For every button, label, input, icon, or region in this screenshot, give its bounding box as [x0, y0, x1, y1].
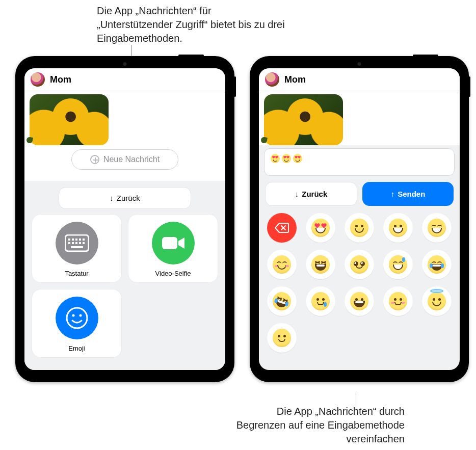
message-area [259, 91, 460, 145]
send-label: Senden [398, 190, 425, 198]
power-button [413, 55, 438, 57]
emoji-key-heart-eyes[interactable] [306, 213, 335, 243]
emoji-key-pleading[interactable] [345, 250, 374, 279]
ipad-right: Mom Zurück Senden [250, 56, 469, 382]
svg-rect-4 [79, 239, 81, 241]
emoji-keyboard [259, 209, 460, 360]
svg-rect-1 [68, 239, 70, 241]
emoji-key-sweat-smile[interactable] [383, 250, 413, 279]
screen-right: Mom Zurück Senden [259, 68, 460, 370]
power-button [178, 55, 204, 57]
svg-rect-11 [71, 246, 83, 248]
send-button[interactable]: Senden [362, 182, 454, 206]
svg-rect-8 [75, 242, 77, 244]
emoji-key-grin[interactable] [345, 286, 374, 316]
svg-rect-9 [79, 242, 81, 244]
back-label: Zurück [117, 194, 140, 202]
received-photo-message[interactable] [30, 94, 109, 145]
emoji-key-blush-smile[interactable] [267, 250, 297, 279]
svg-point-13 [67, 308, 87, 328]
received-photo-message[interactable] [264, 94, 343, 145]
svg-point-15 [79, 314, 82, 317]
emoji-key-neutral-smile[interactable] [267, 323, 297, 353]
arrow-down-icon [110, 194, 114, 202]
emoji-icon [56, 297, 98, 339]
emoji-key-halo[interactable] [422, 286, 452, 316]
contact-avatar[interactable] [31, 72, 45, 87]
svg-rect-2 [72, 239, 74, 241]
emoji-key-crying[interactable] [306, 286, 335, 316]
emoji-key-grin-big[interactable] [383, 213, 413, 243]
method-label: Emoji [68, 345, 85, 352]
emoji-key-smile[interactable] [345, 213, 374, 243]
callout-top: Die App „Nachrichten“ für „Unterstützend… [97, 4, 285, 45]
method-label: Video-Selfie [155, 270, 191, 277]
svg-rect-6 [68, 242, 70, 244]
contact-avatar[interactable] [265, 72, 279, 87]
compose-field[interactable] [264, 148, 455, 176]
svg-rect-12 [162, 237, 177, 249]
svg-point-14 [72, 314, 74, 317]
keyboard-icon [56, 222, 98, 264]
emoji-key-rofl[interactable] [267, 286, 297, 316]
input-method-panel: Zurück Tastatur Video-Selfie [24, 181, 225, 370]
compose-field[interactable]: Neue Nachricht [71, 149, 178, 170]
volume-button [468, 76, 470, 97]
back-label: Zurück [302, 190, 327, 198]
back-button[interactable]: Zurück [59, 187, 191, 209]
method-emoji[interactable]: Emoji [32, 289, 122, 358]
method-keyboard[interactable]: Tastatur [32, 214, 122, 283]
video-icon [152, 222, 195, 264]
emoji-key-xd-squint[interactable] [306, 250, 335, 279]
back-button[interactable]: Zurück [265, 182, 357, 206]
screen-left: Mom Neue Nachricht Zurück [24, 68, 225, 370]
emoji-key-delete[interactable] [267, 213, 297, 243]
chat-header: Mom [24, 68, 225, 91]
contact-name: Mom [284, 74, 306, 85]
method-video-selfie[interactable]: Video-Selfie [128, 214, 218, 283]
chat-header: Mom [259, 68, 460, 91]
svg-rect-5 [83, 239, 85, 241]
svg-rect-10 [83, 242, 85, 244]
method-label: Tastatur [65, 270, 88, 277]
callout-bottom: Die App „Nachrichten“ durch Begrenzen au… [231, 405, 405, 446]
add-icon [90, 155, 99, 164]
emoji-key-tears-of-joy[interactable] [422, 250, 452, 279]
arrow-down-icon [295, 190, 299, 198]
arrow-up-icon [391, 190, 395, 198]
emoji-key-slight-smile[interactable] [383, 286, 413, 316]
compose-placeholder: Neue Nachricht [103, 155, 160, 164]
compose-content [271, 154, 302, 163]
contact-name: Mom [50, 74, 71, 85]
svg-rect-7 [72, 242, 74, 244]
svg-rect-3 [75, 239, 77, 241]
emoji-key-beaming[interactable] [422, 213, 452, 243]
ipad-left: Mom Neue Nachricht Zurück [15, 56, 234, 382]
action-row: Zurück Senden [259, 176, 460, 209]
volume-button [234, 76, 236, 97]
message-area: Neue Nachricht [24, 91, 225, 181]
